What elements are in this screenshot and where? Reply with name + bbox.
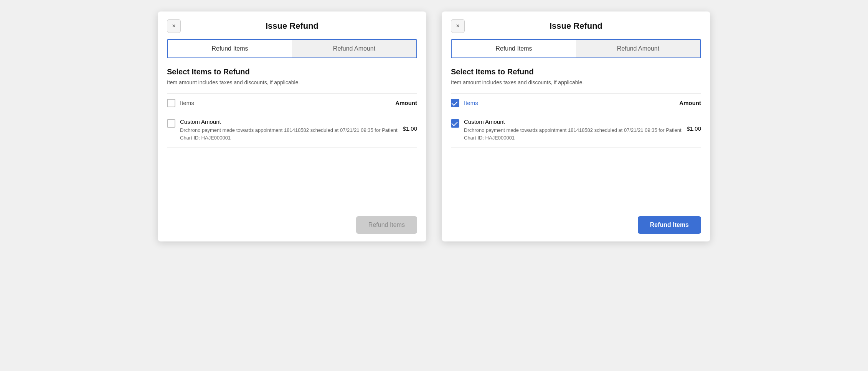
select-all-checkbox-1[interactable] (167, 99, 175, 107)
row-content-1-1: Custom Amount Drchrono payment made towa… (180, 118, 403, 141)
close-button-1[interactable]: × (167, 19, 181, 33)
tab-refund-amount-1[interactable]: Refund Amount (292, 40, 416, 57)
issue-refund-modal-2: × Issue Refund Refund Items Refund Amoun… (442, 11, 710, 241)
tab-refund-amount-2[interactable]: Refund Amount (576, 40, 700, 57)
row-title-2-1: Custom Amount (464, 118, 686, 125)
close-button-2[interactable]: × (451, 19, 465, 33)
tab-refund-items-2[interactable]: Refund Items (452, 40, 576, 57)
items-table-1: Items Amount Custom Amount Drchrono paym… (167, 93, 417, 148)
table-header-2: Items Amount (451, 94, 701, 112)
row-desc-2-1: Drchrono payment made towards appointmen… (464, 126, 686, 141)
refund-items-button-2[interactable]: Refund Items (638, 216, 701, 234)
issue-refund-modal-1: × Issue Refund Refund Items Refund Amoun… (158, 11, 426, 241)
checkbox-unchecked-1-1 (167, 119, 175, 128)
table-row-1-1: Custom Amount Drchrono payment made towa… (167, 112, 417, 148)
close-icon-2: × (456, 23, 459, 30)
table-header-1: Items Amount (167, 94, 417, 112)
checkbox-empty-1 (167, 99, 175, 107)
items-column-header-2: Items (464, 100, 478, 106)
tab-refund-items-1[interactable]: Refund Items (168, 40, 292, 57)
modal-header-2: × Issue Refund (442, 11, 710, 39)
row-amount-2-1: $1.00 (686, 118, 701, 132)
modal-footer-2: Refund Items (442, 208, 710, 241)
checkbox-checked-all-2 (451, 99, 459, 107)
row-content-2-1: Custom Amount Drchrono payment made towa… (464, 118, 686, 141)
modal-footer-1: Refund Items (158, 208, 426, 241)
modal-header-1: × Issue Refund (158, 11, 426, 39)
table-header-left-2: Items (451, 98, 478, 107)
select-all-checkbox-2[interactable] (451, 99, 459, 107)
amount-column-header-2: Amount (679, 100, 701, 106)
section-subtitle-2: Item amount includes taxes and discounts… (451, 79, 701, 85)
refund-items-button-1[interactable]: Refund Items (356, 216, 417, 234)
row-left-1-1: Custom Amount Drchrono payment made towa… (167, 118, 403, 141)
checkbox-checked-2-1 (451, 119, 459, 128)
modal-body-1: Select Items to Refund Item amount inclu… (158, 58, 426, 208)
tabs-2: Refund Items Refund Amount (451, 39, 701, 58)
row-checkbox-2-1[interactable] (451, 119, 459, 128)
table-header-left-1: Items (167, 98, 194, 107)
table-row-2-1: Custom Amount Drchrono payment made towa… (451, 112, 701, 148)
row-checkbox-1-1[interactable] (167, 119, 175, 128)
section-title-2: Select Items to Refund (451, 67, 701, 76)
items-table-2: Items Amount Custom Amount Drchrono paym… (451, 93, 701, 148)
items-column-header-1: Items (180, 100, 194, 106)
row-amount-1-1: $1.00 (403, 118, 417, 132)
modal-body-2: Select Items to Refund Item amount inclu… (442, 58, 710, 208)
section-subtitle-1: Item amount includes taxes and discounts… (167, 79, 417, 85)
modal-title-1: Issue Refund (181, 21, 417, 31)
close-icon: × (172, 23, 175, 30)
section-title-1: Select Items to Refund (167, 67, 417, 76)
row-desc-1-1: Drchrono payment made towards appointmen… (180, 126, 403, 141)
row-title-1-1: Custom Amount (180, 118, 403, 125)
row-left-2-1: Custom Amount Drchrono payment made towa… (451, 118, 686, 141)
tabs-1: Refund Items Refund Amount (167, 39, 417, 58)
amount-column-header-1: Amount (395, 100, 417, 106)
modal-title-2: Issue Refund (465, 21, 701, 31)
